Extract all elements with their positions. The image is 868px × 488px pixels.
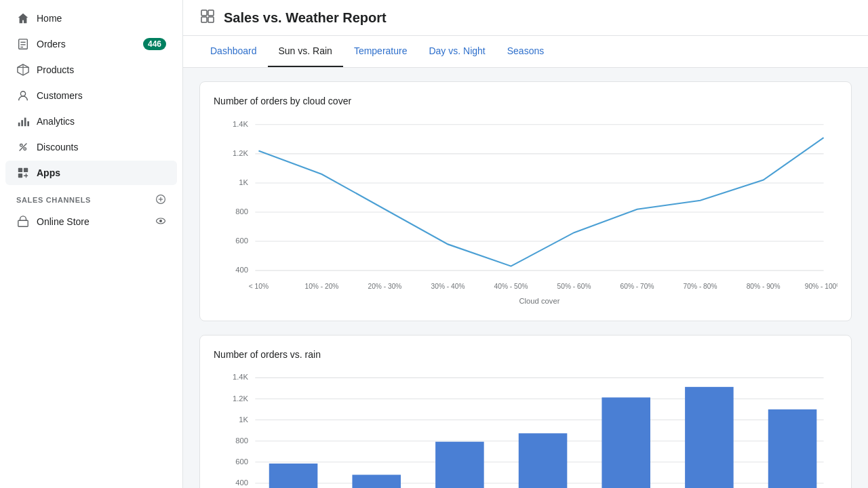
svg-text:1.2K: 1.2K [233, 394, 249, 403]
svg-text:< 10%: < 10% [249, 283, 269, 290]
svg-rect-7 [18, 123, 20, 126]
svg-rect-68 [269, 464, 318, 488]
analytics-icon [16, 115, 30, 128]
line-chart-card: Number of orders by cloud cover 400 600 … [199, 81, 852, 321]
svg-text:800: 800 [235, 207, 248, 216]
svg-point-24 [159, 220, 162, 222]
report-icon [199, 8, 216, 27]
sidebar-item-analytics-label: Analytics [37, 116, 75, 127]
svg-text:10% - 20%: 10% - 20% [304, 283, 338, 290]
svg-rect-10 [27, 121, 29, 126]
sidebar-item-customers[interactable]: Customers [5, 83, 177, 108]
sales-channels-label: SALES CHANNELS [16, 196, 91, 204]
add-sales-channel-button[interactable] [155, 194, 166, 206]
discounts-icon [16, 140, 30, 154]
svg-rect-16 [18, 174, 22, 178]
sidebar-item-products[interactable]: Products [5, 58, 177, 82]
svg-point-11 [20, 144, 23, 147]
svg-text:1.4K: 1.4K [233, 120, 248, 128]
products-icon [16, 63, 30, 77]
svg-text:30% - 40%: 30% - 40% [431, 283, 465, 290]
sidebar-item-apps[interactable]: Apps [5, 161, 177, 185]
bar-chart-wrapper: 0 200 400 600 800 1K 1.2K 1.4K [214, 371, 837, 488]
tab-seasons[interactable]: Seasons [496, 36, 555, 67]
svg-rect-9 [24, 118, 26, 127]
sales-channels-section: SALES CHANNELS [0, 186, 182, 209]
sidebar-item-online-store[interactable]: Online Store [5, 209, 177, 234]
line-chart-svg: 400 600 800 1K 1.2K 1.4K < 10% 10% - 20%… [214, 117, 837, 307]
svg-text:400: 400 [235, 479, 248, 487]
svg-rect-25 [201, 10, 207, 16]
line-chart-title: Number of orders by cloud cover [214, 96, 837, 106]
sidebar-item-analytics[interactable]: Analytics [5, 109, 177, 134]
tab-temperature[interactable]: Temperature [343, 36, 418, 67]
svg-rect-15 [24, 168, 28, 172]
bar-chart-card: Number of orders vs. rain 0 200 [199, 335, 852, 488]
sidebar-item-customers-label: Customers [37, 90, 83, 101]
svg-point-12 [24, 148, 26, 150]
main-content: Sales vs. Weather Report Dashboard Sun v… [183, 0, 868, 488]
bar-chart-title: Number of orders vs. rain [214, 349, 837, 360]
svg-rect-26 [208, 10, 214, 16]
store-icon [16, 215, 30, 228]
page-header: Sales vs. Weather Report [183, 0, 868, 36]
content-area: Number of orders by cloud cover 400 600 … [183, 68, 868, 488]
svg-text:70% - 80%: 70% - 80% [684, 283, 717, 290]
svg-rect-28 [208, 17, 214, 22]
svg-text:60% - 70%: 60% - 70% [620, 283, 654, 290]
sidebar-item-orders-label: Orders [37, 39, 66, 49]
tabs-container: Dashboard Sun vs. Rain Temperature Day v… [183, 36, 868, 68]
svg-text:400: 400 [235, 266, 248, 274]
svg-text:1K: 1K [239, 415, 248, 424]
svg-point-6 [20, 92, 25, 96]
sidebar-item-orders[interactable]: Orders 446 [5, 32, 177, 56]
svg-text:Cloud cover: Cloud cover [519, 296, 559, 304]
sidebar-item-discounts[interactable]: Discounts [5, 135, 177, 159]
svg-text:80% - 90%: 80% - 90% [747, 283, 781, 290]
svg-text:50% - 60%: 50% - 60% [557, 283, 591, 290]
svg-rect-14 [18, 168, 22, 172]
svg-rect-18 [26, 174, 26, 178]
sidebar-item-discounts-label: Discounts [37, 142, 78, 152]
svg-text:1.4K: 1.4K [233, 373, 249, 381]
orders-badge: 446 [143, 38, 166, 50]
svg-rect-27 [201, 17, 207, 22]
sidebar-item-online-store-label: Online Store [37, 216, 90, 227]
svg-text:1.2K: 1.2K [233, 149, 248, 157]
tab-sun-vs-rain[interactable]: Sun vs. Rain [268, 36, 343, 67]
line-chart-wrapper: 400 600 800 1K 1.2K 1.4K < 10% 10% - 20%… [214, 117, 837, 307]
tab-day-vs-night[interactable]: Day vs. Night [418, 36, 496, 67]
sidebar-item-home[interactable]: Home [5, 6, 177, 30]
svg-text:1K: 1K [239, 178, 248, 186]
orders-icon [16, 37, 30, 51]
svg-text:20% - 30%: 20% - 30% [368, 283, 402, 290]
svg-rect-8 [21, 120, 23, 126]
svg-text:800: 800 [235, 436, 248, 445]
svg-text:90% - 100%: 90% - 100% [805, 283, 837, 290]
page-title: Sales vs. Weather Report [224, 10, 387, 26]
svg-rect-73 [685, 387, 734, 488]
svg-rect-70 [435, 442, 484, 488]
bar-chart-svg: 0 200 400 600 800 1K 1.2K 1.4K [214, 371, 837, 488]
sidebar-item-apps-label: Apps [37, 167, 60, 178]
apps-icon [16, 166, 30, 180]
online-store-visibility-icon[interactable] [155, 216, 166, 228]
sidebar: Home Orders 446 Products [0, 0, 183, 488]
svg-text:40% - 50%: 40% - 50% [494, 283, 528, 290]
svg-rect-72 [601, 397, 650, 488]
svg-text:600: 600 [235, 458, 248, 466]
svg-rect-74 [768, 409, 817, 488]
customers-icon [16, 89, 30, 102]
home-icon [16, 12, 30, 25]
sidebar-item-home-label: Home [37, 13, 62, 24]
svg-rect-69 [352, 474, 401, 488]
svg-text:600: 600 [235, 237, 248, 245]
sidebar-item-products-label: Products [37, 64, 74, 75]
svg-rect-22 [18, 220, 28, 226]
svg-rect-71 [519, 433, 568, 488]
tab-dashboard[interactable]: Dashboard [199, 36, 268, 67]
